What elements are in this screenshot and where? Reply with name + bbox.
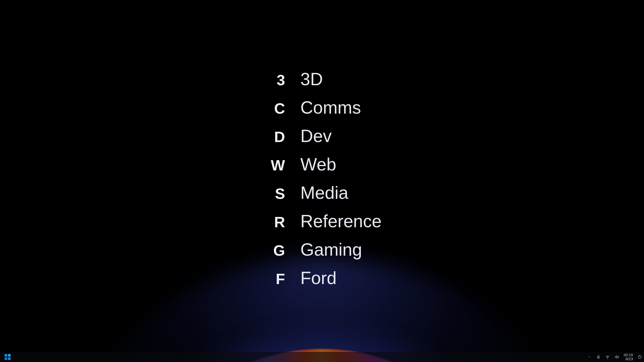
menu-label: Comms <box>300 98 361 118</box>
menu-hotkey: F <box>265 270 285 288</box>
svg-marker-3 <box>615 356 617 358</box>
taskbar: 20:19 8/23 <box>0 352 644 362</box>
power-icon <box>637 355 642 359</box>
system-tray: 20:19 8/23 <box>587 352 642 362</box>
menu-item-dev[interactable]: D Dev <box>265 126 382 154</box>
menu-hotkey: G <box>265 242 285 259</box>
menu-label: Reference <box>300 211 382 231</box>
svg-point-2 <box>608 358 608 359</box>
menu-label: Ford <box>300 268 337 288</box>
menu-label: Gaming <box>300 240 362 260</box>
tray-mic[interactable] <box>596 355 601 359</box>
menu-hotkey: W <box>265 157 285 174</box>
svg-rect-0 <box>598 355 599 357</box>
chevron-up-icon <box>588 355 591 359</box>
volume-icon <box>614 355 619 359</box>
tray-overflow-button[interactable] <box>587 355 592 359</box>
menu-label: 3D <box>300 69 323 89</box>
menu-item-media[interactable]: S Media <box>265 183 382 211</box>
taskbar-clock[interactable]: 20:19 8/23 <box>623 353 633 361</box>
tray-wifi[interactable] <box>605 355 610 359</box>
start-button[interactable] <box>4 353 12 361</box>
category-menu: 3 3D C Comms D Dev W Web S Media R Refer… <box>265 69 382 296</box>
menu-item-comms[interactable]: C Comms <box>265 98 382 126</box>
wifi-icon <box>605 355 610 359</box>
clock-time: 20:19 <box>623 353 633 357</box>
menu-hotkey: R <box>265 213 285 231</box>
menu-label: Web <box>300 154 336 174</box>
menu-hotkey: 3 <box>265 71 285 89</box>
menu-item-ford[interactable]: F Ford <box>265 268 382 296</box>
menu-item-web[interactable]: W Web <box>265 154 382 183</box>
menu-hotkey: D <box>265 128 285 146</box>
menu-label: Dev <box>300 126 332 146</box>
tray-power[interactable] <box>637 355 642 359</box>
menu-item-reference[interactable]: R Reference <box>265 211 382 240</box>
menu-hotkey: C <box>265 100 285 117</box>
clock-date: 8/23 <box>626 357 633 361</box>
menu-label: Media <box>300 183 348 203</box>
microphone-icon <box>596 355 601 359</box>
menu-item-3d[interactable]: 3 3D <box>265 69 382 98</box>
menu-item-gaming[interactable]: G Gaming <box>265 240 382 268</box>
tray-volume[interactable] <box>614 355 619 359</box>
menu-hotkey: S <box>265 185 285 202</box>
